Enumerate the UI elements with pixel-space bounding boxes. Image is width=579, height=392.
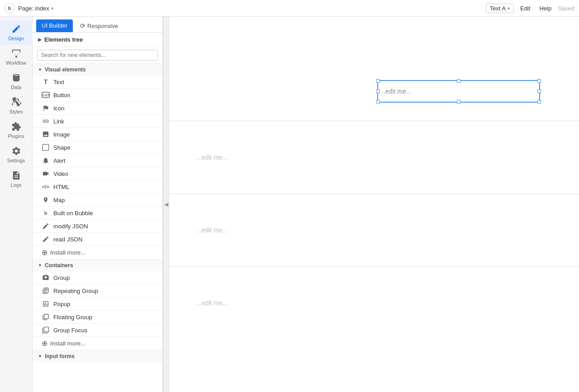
element-alert[interactable]: Alert — [33, 154, 162, 167]
selected-text-content: ..edit me... — [378, 88, 415, 95]
elements-tree-label: Elements tree — [44, 36, 83, 43]
handle-ml[interactable] — [376, 90, 380, 93]
install-more-visual[interactable]: ⊕ Install more... — [33, 246, 162, 260]
plugins-label: Plugins — [8, 133, 24, 139]
section-triangle: ▼ — [38, 67, 42, 72]
data-icon — [11, 73, 21, 83]
element-icon[interactable]: Icon — [33, 102, 162, 115]
element-image-label: Image — [53, 131, 70, 138]
saved-status: Saved — [558, 5, 574, 12]
element-floating-group[interactable]: Floating Group — [33, 311, 162, 324]
group-focus-icon — [42, 326, 50, 334]
section-visual-elements[interactable]: ▼ Visual elements — [33, 64, 162, 76]
element-built-on-bubble-label: Built on Bubble — [53, 210, 93, 217]
handle-bl[interactable] — [376, 100, 380, 104]
tree-triangle: ▶ — [38, 37, 42, 42]
logs-icon — [11, 170, 21, 180]
handle-bm[interactable] — [457, 100, 460, 104]
workflow-label: Workflow — [6, 60, 26, 66]
edit-placeholder-2: ...edit me... — [183, 217, 241, 243]
handle-tr[interactable] — [537, 79, 541, 83]
handle-br[interactable] — [537, 100, 541, 104]
sidebar-item-design[interactable]: Design — [0, 20, 33, 45]
sidebar-item-plugins[interactable]: Plugins — [0, 118, 33, 142]
element-video[interactable]: Video — [33, 167, 162, 180]
edit-placeholder-3: ...edit me... — [183, 290, 241, 316]
sidebar-item-logs[interactable]: Logs — [0, 167, 33, 191]
alert-icon — [42, 156, 50, 165]
logs-label: Logs — [11, 182, 22, 188]
help-button[interactable]: Help — [536, 4, 554, 13]
modify-json-icon — [42, 222, 50, 230]
section-input-forms[interactable]: ▼ Input forms — [33, 350, 162, 362]
element-modify-json[interactable]: modify JSON — [33, 220, 162, 233]
design-label: Design — [8, 36, 24, 41]
canvas-inner: ..edit me... ...edit me... — [169, 17, 579, 392]
bubble-logo: b — [5, 3, 14, 13]
collapse-handle[interactable]: ◀ — [163, 17, 169, 392]
elements-list: ▼ Visual elements T Text CLICK Button — [33, 64, 162, 392]
element-video-label: Video — [53, 170, 68, 177]
topbar: b Page: index ▾ Text A ▾ Edit Help Saved — [0, 0, 579, 17]
element-map[interactable]: Map — [33, 194, 162, 207]
sidebar-item-styles[interactable]: Styles — [0, 94, 33, 118]
input-forms-triangle: ▼ — [38, 354, 42, 359]
handle-mr[interactable] — [537, 90, 541, 93]
sidebar-item-data[interactable]: Data — [0, 69, 33, 94]
plugins-icon — [11, 122, 21, 132]
sidebar-item-workflow[interactable]: Workflow — [0, 45, 33, 69]
section-label: Visual elements — [45, 66, 86, 73]
element-popup-label: Popup — [53, 301, 71, 307]
element-shape[interactable]: Shape — [33, 141, 162, 154]
element-map-label: Map — [53, 197, 65, 203]
element-read-json[interactable]: read JSON — [33, 233, 162, 246]
search-input[interactable] — [37, 50, 158, 61]
element-text[interactable]: T Text — [33, 76, 162, 89]
tab-ui-builder[interactable]: UI Builder — [36, 19, 73, 32]
element-read-json-label: read JSON — [53, 236, 82, 243]
element-text-label: Text — [53, 79, 64, 85]
element-button-label: Button — [53, 92, 71, 99]
canvas-section-2: ...edit me... — [169, 121, 579, 194]
section-containers[interactable]: ▼ Containers — [33, 260, 162, 271]
selected-text-element[interactable]: ..edit me... — [377, 80, 540, 103]
tab-responsive[interactable]: ⟳ Responsive — [75, 19, 123, 32]
canvas[interactable]: ..edit me... ...edit me... — [169, 17, 579, 392]
element-modify-json-label: modify JSON — [53, 223, 88, 230]
main-layout: Design Workflow Data Styles Plugins — [0, 17, 579, 392]
elements-search — [33, 47, 162, 64]
elements-tree-header[interactable]: ▶ Elements tree — [33, 33, 162, 47]
sidebar-item-settings[interactable]: Settings — [0, 142, 33, 167]
tab-chevron: ▾ — [508, 6, 510, 11]
element-link-label: Link — [53, 118, 64, 125]
edit-placeholder-1: ...edit me... — [183, 145, 241, 170]
element-built-on-bubble[interactable]: b Built on Bubble — [33, 207, 162, 220]
settings-icon — [11, 146, 21, 156]
icon-icon — [42, 104, 50, 112]
video-icon — [42, 170, 50, 178]
containers-label: Containers — [45, 262, 73, 269]
svg-rect-2 — [43, 144, 48, 150]
edit-button[interactable]: Edit — [517, 4, 533, 13]
link-icon — [42, 117, 50, 125]
element-group-focus[interactable]: Group Focus — [33, 324, 162, 337]
design-icon — [11, 24, 21, 34]
tab-text-a-selector[interactable]: Text A ▾ — [486, 4, 514, 13]
element-button[interactable]: CLICK Button — [33, 89, 162, 102]
element-floating-group-label: Floating Group — [53, 314, 92, 321]
element-link[interactable]: Link — [33, 115, 162, 128]
handle-tm[interactable] — [457, 79, 460, 83]
plus-icon: ⊕ — [42, 248, 47, 257]
element-group-focus-label: Group Focus — [53, 327, 87, 334]
element-html[interactable]: </> HTML — [33, 180, 162, 194]
element-repeating-group[interactable]: Repeating Group — [33, 284, 162, 298]
element-image[interactable]: Image — [33, 128, 162, 141]
page-selector[interactable]: Page: index ▾ — [18, 5, 53, 12]
page-label: Page: index — [18, 5, 49, 12]
panel-tabs: UI Builder ⟳ Responsive — [33, 17, 162, 33]
element-group[interactable]: Group — [33, 271, 162, 284]
handle-tl[interactable] — [376, 79, 380, 83]
styles-icon — [11, 97, 21, 107]
element-popup[interactable]: Popup — [33, 298, 162, 311]
install-more-containers[interactable]: ⊕ Install more... — [33, 337, 162, 350]
